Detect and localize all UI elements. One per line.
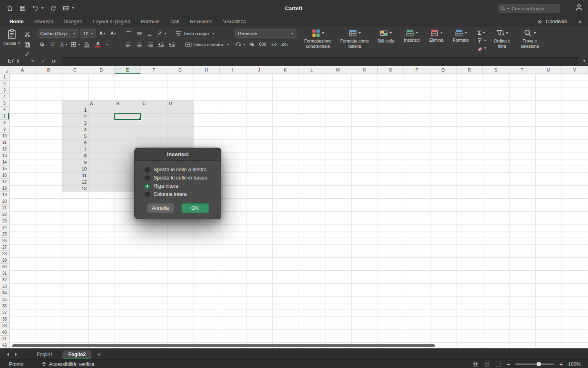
increase-font-size-button[interactable]: A	[98, 29, 107, 38]
format-as-table-dropdown-icon[interactable]	[359, 32, 361, 34]
horizontal-scrollbar[interactable]	[12, 344, 435, 347]
tab-formule[interactable]: Formule	[136, 16, 165, 27]
row-header-40[interactable]: 40	[0, 329, 9, 336]
fill-dropdown-icon[interactable]	[484, 40, 486, 41]
radio-colonna-intera[interactable]	[145, 192, 150, 197]
wrap-text-button[interactable]: Testo a capo	[175, 31, 215, 36]
number-format-select[interactable]: Generale	[235, 29, 296, 38]
row-header-41[interactable]: 41	[0, 336, 9, 342]
fill-color-button[interactable]	[82, 40, 91, 49]
cancel-entry-button[interactable]: ✕	[27, 58, 38, 64]
column-header-i[interactable]: I	[220, 66, 246, 74]
cell-C16[interactable]: 11	[62, 172, 88, 179]
row-header-20[interactable]: 20	[0, 198, 9, 205]
column-header-f[interactable]: F	[141, 66, 167, 74]
row-header-15[interactable]: 15	[0, 166, 9, 172]
cell-C7[interactable]: 2	[62, 113, 88, 120]
cell-C12[interactable]: 7	[62, 146, 88, 153]
row-header-25[interactable]: 25	[0, 231, 9, 238]
save-icon[interactable]	[20, 5, 26, 11]
comma-style-button[interactable]: 000	[258, 40, 267, 49]
orientation-button[interactable]	[157, 29, 167, 38]
bold-button[interactable]: G	[38, 40, 47, 49]
borders-dropdown-icon[interactable]	[78, 44, 80, 45]
clear-button[interactable]	[477, 45, 486, 52]
font-color-dropdown-icon[interactable]	[106, 44, 109, 45]
format-cells-button[interactable]: Formato	[451, 29, 471, 43]
merge-center-dropdown-icon[interactable]	[227, 44, 229, 45]
customize-dropdown-icon[interactable]	[72, 7, 74, 9]
row-header-10[interactable]: 10	[0, 133, 9, 139]
row-header-1[interactable]: 1	[0, 74, 9, 81]
row-header-7[interactable]: 7	[0, 113, 9, 120]
row-header-8[interactable]: 8	[0, 120, 9, 126]
row-header-29[interactable]: 29	[0, 257, 9, 264]
align-right-button[interactable]	[146, 40, 155, 49]
zoom-level[interactable]: 100%	[568, 361, 581, 367]
row-header-35[interactable]: 35	[0, 296, 9, 303]
tab-visualizza[interactable]: Visualizza	[218, 16, 251, 27]
cell-C11[interactable]: 6	[62, 139, 88, 146]
cell-C18[interactable]: 13	[62, 185, 88, 192]
borders-button[interactable]	[71, 40, 80, 49]
search-input[interactable]	[511, 6, 557, 11]
tab-dati[interactable]: Dati	[165, 16, 185, 27]
select-all-corner[interactable]	[0, 66, 9, 74]
add-sheet-button[interactable]: +	[97, 351, 101, 358]
row-header-13[interactable]: 13	[0, 153, 9, 159]
autosum-button[interactable]: Σ	[477, 29, 486, 36]
tab-layout-di-pagina[interactable]: Layout di pagina	[87, 16, 136, 27]
name-box[interactable]: E7	[0, 56, 27, 66]
column-header-n[interactable]: N	[351, 66, 377, 74]
cell-C6[interactable]: 1	[62, 107, 88, 113]
column-header-h[interactable]: H	[194, 66, 220, 74]
format-cells-dropdown-icon[interactable]	[465, 32, 467, 34]
row-header-17[interactable]: 17	[0, 179, 9, 185]
row-header-3[interactable]: 3	[0, 87, 9, 94]
cell-G5[interactable]: D	[167, 100, 193, 107]
conditional-formatting-dropdown-icon[interactable]	[322, 32, 324, 34]
font-size-select[interactable]: 12	[80, 29, 96, 38]
delete-cells-dropdown-icon[interactable]	[440, 32, 443, 34]
sort-filter-dropdown-icon[interactable]	[506, 32, 508, 34]
row-header-36[interactable]: 36	[0, 303, 9, 310]
column-header-r[interactable]: R	[457, 66, 483, 74]
find-select-dropdown-icon[interactable]	[534, 32, 536, 34]
conditional-formatting-button[interactable]: Formattazione condizionale	[302, 29, 334, 49]
row-header-33[interactable]: 33	[0, 283, 9, 290]
underline-button[interactable]: S	[60, 40, 69, 49]
cell-C14[interactable]: 9	[62, 159, 88, 166]
spreadsheet-grid[interactable]: ABCD12345678910111213 ABCDEFGHIJKLMNOPQR…	[0, 66, 588, 348]
column-header-q[interactable]: Q	[430, 66, 457, 74]
tab-revisione[interactable]: Revisione	[185, 16, 218, 27]
row-header-31[interactable]: 31	[0, 270, 9, 277]
stepper-down-icon[interactable]	[17, 61, 19, 63]
cell-C15[interactable]: 10	[62, 166, 88, 172]
column-header-t[interactable]: T	[509, 66, 535, 74]
search-scope-dropdown-icon[interactable]	[507, 8, 509, 9]
column-header-s[interactable]: S	[483, 66, 509, 74]
confirm-entry-button[interactable]: ✓	[38, 58, 49, 64]
find-select-button[interactable]: Trova e seleziona	[518, 29, 542, 52]
column-header-u[interactable]: U	[535, 66, 561, 74]
row-header-18[interactable]: 18	[0, 185, 9, 192]
currency-format-button[interactable]	[235, 40, 245, 49]
row-header-14[interactable]: 14	[0, 159, 9, 166]
paste-dropdown-icon[interactable]	[18, 43, 20, 44]
row-header-32[interactable]: 32	[0, 277, 9, 283]
undo-dropdown-icon[interactable]	[41, 7, 44, 9]
decrease-indent-button[interactable]	[157, 40, 166, 49]
copy-button[interactable]	[23, 40, 32, 49]
row-header-23[interactable]: 23	[0, 218, 9, 224]
clear-dropdown-icon[interactable]	[484, 47, 486, 49]
zoom-slider[interactable]	[515, 364, 554, 365]
page-layout-view-icon[interactable]	[484, 361, 490, 367]
ok-button[interactable]: OK	[181, 203, 209, 213]
merge-center-button[interactable]: Unisci e centra	[185, 42, 229, 47]
font-name-select[interactable]: Calibri (Corp...	[38, 29, 78, 38]
column-header-v[interactable]: V	[562, 66, 588, 74]
fill-button[interactable]	[477, 37, 486, 44]
row-header-38[interactable]: 38	[0, 316, 9, 323]
cell-C13[interactable]: 8	[62, 153, 88, 159]
collapse-ribbon-icon[interactable]	[578, 20, 581, 22]
